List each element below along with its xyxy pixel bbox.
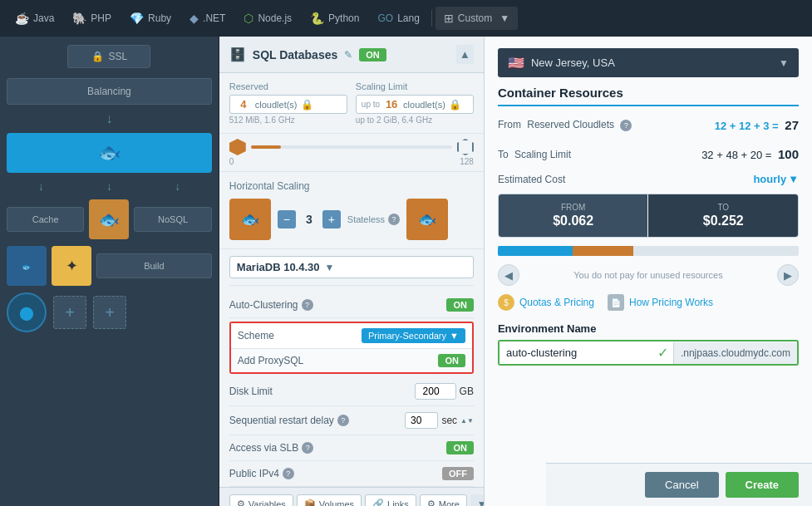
colorful-node[interactable]: ✦ xyxy=(52,246,91,286)
tab-links[interactable]: 🔗 Links xyxy=(365,494,416,506)
create-button[interactable]: Create xyxy=(726,472,799,498)
balancing-button[interactable]: Balancing xyxy=(7,78,212,105)
cache-button[interactable]: Cache xyxy=(7,207,84,232)
from-value: 12 + 12 + 3 = 27 xyxy=(715,118,799,132)
quotas-pricing-link[interactable]: $ Quotas & Pricing xyxy=(498,294,594,311)
hex-filled-icon xyxy=(229,139,246,155)
more-label: More xyxy=(439,499,460,507)
ssl-button[interactable]: 🔒 SSL xyxy=(67,45,150,68)
tab-variables[interactable]: ⚙ Variables xyxy=(229,494,293,506)
mariadb-arrow: ▼ xyxy=(325,262,335,273)
restart-info-icon[interactable]: ? xyxy=(337,415,349,426)
config-section: Auto-Clustering ? ON Scheme Primary-Seco… xyxy=(219,292,484,487)
links-row: $ Quotas & Pricing 📄 How Pricing Works xyxy=(498,294,799,311)
horizontal-scaling: Horizontal Scaling 🐟 − 3 + Stateless ? 🐟 xyxy=(219,172,484,249)
fish-node[interactable]: 🐟 xyxy=(7,133,212,173)
restart-input[interactable] xyxy=(405,412,438,429)
db-node-icon-left[interactable]: 🐟 xyxy=(229,199,271,240)
scroll-up-button[interactable]: ▲ xyxy=(456,45,474,64)
main-content: 🔒 SSL Balancing ↓ 🐟 ↓ ↓ ↓ Cache 🐟 NoSQL xyxy=(0,37,812,506)
edit-icon[interactable]: ✎ xyxy=(344,49,352,61)
disk-label: Disk Limit xyxy=(229,386,273,397)
fish-icon: 🐟 xyxy=(98,142,121,164)
small-node-1[interactable]: 🐟 xyxy=(7,246,47,286)
restart-stepper[interactable]: ▲▼ xyxy=(460,417,474,425)
tab-ruby[interactable]: 💎 Ruby xyxy=(121,7,180,30)
price-to-label: TO xyxy=(665,203,781,212)
cancel-button[interactable]: Cancel xyxy=(645,472,718,498)
slb-info-icon[interactable]: ? xyxy=(302,442,313,454)
right-panel: 🇺🇸 New Jersey, USA ▼ Container Resources… xyxy=(485,37,812,506)
colorful-icon: ✦ xyxy=(66,257,78,275)
stepper-minus-button[interactable]: − xyxy=(278,210,296,228)
build-button[interactable]: Build xyxy=(96,253,212,278)
disk-value: GB xyxy=(415,383,474,400)
arrow-center: ↓ xyxy=(106,179,112,193)
from-label: From xyxy=(498,119,521,130)
tab-golang[interactable]: GO Lang xyxy=(369,7,427,29)
nav-left-button[interactable]: ◀ xyxy=(498,264,519,286)
how-pricing-works-link[interactable]: 📄 How Pricing Works xyxy=(608,294,713,311)
stepper-plus-button[interactable]: + xyxy=(322,210,341,228)
panel-header: 🗄️ SQL Databases ✎ ON ▲ xyxy=(219,37,484,73)
cache-label: Cache xyxy=(32,214,59,224)
restart-unit: sec xyxy=(441,415,457,426)
stateless-info-icon[interactable]: ? xyxy=(388,214,400,225)
proxysql-toggle[interactable]: ON xyxy=(438,354,465,367)
price-from-value: $0.062 xyxy=(515,214,632,228)
python-icon: 🐍 xyxy=(310,12,324,25)
slb-toggle[interactable]: ON xyxy=(446,441,474,454)
tab-php[interactable]: 🐘 PHP xyxy=(64,7,120,30)
links-label: Links xyxy=(387,499,409,507)
db-fish-icon: 🐟 xyxy=(241,210,259,228)
nosql-label: NoSQL xyxy=(158,214,188,224)
container-resources-title: Container Resources xyxy=(498,86,799,106)
tab-java[interactable]: ☕ Java xyxy=(7,7,62,30)
arrow-down: ↓ xyxy=(7,111,212,126)
ruby-icon: 💎 xyxy=(130,12,144,25)
db-icon: 🐟 xyxy=(99,209,120,229)
scaling-nodes-row: 🐟 − 3 + Stateless ? 🐟 xyxy=(229,199,474,240)
tab-custom[interactable]: ⊞ Custom ▼ xyxy=(436,7,518,30)
ipv4-info-icon[interactable]: ? xyxy=(283,468,294,479)
scaling-value: 16 xyxy=(383,98,400,111)
ssl-label: SSL xyxy=(109,51,128,62)
tab-more[interactable]: ⚙ More xyxy=(420,494,467,506)
db-node-icon-right[interactable]: 🐟 xyxy=(406,199,448,240)
plus-icon-2: + xyxy=(105,303,115,322)
region-header[interactable]: 🇺🇸 New Jersey, USA ▼ xyxy=(498,48,799,77)
nav-arrows: ◀ You do not pay for unused resources ▶ xyxy=(498,264,799,286)
hourly-button[interactable]: hourly ▼ xyxy=(753,173,799,185)
tab-python[interactable]: 🐍 Python xyxy=(302,7,367,30)
autoclustering-info-icon[interactable]: ? xyxy=(302,299,313,311)
ipv4-toggle[interactable]: OFF xyxy=(442,467,474,480)
mariadb-label: MariaDB 10.4.30 xyxy=(237,261,320,273)
to-value: 32 + 48 + 20 = 100 xyxy=(701,147,799,161)
slider-track[interactable] xyxy=(251,145,452,149)
reserved-label: Reserved xyxy=(229,81,347,91)
scroll-down-button[interactable]: ▼ xyxy=(470,494,485,506)
mariadb-dropdown[interactable]: MariaDB 10.4.30 ▼ xyxy=(229,256,474,278)
nav-right-button[interactable]: ▶ xyxy=(777,264,799,286)
add-node-button[interactable]: + xyxy=(53,296,86,329)
tab-volumes[interactable]: 📦 Volumes xyxy=(297,494,362,506)
volumes-icon: 📦 xyxy=(304,499,316,506)
tab-net[interactable]: ◆ .NET xyxy=(181,7,234,30)
autoclustering-toggle[interactable]: ON xyxy=(446,298,474,312)
estimated-row: Estimated Cost hourly ▼ xyxy=(498,173,799,185)
disk-input[interactable] xyxy=(415,383,456,400)
balancing-label: Balancing xyxy=(87,86,131,97)
tab-php-label: PHP xyxy=(91,12,111,24)
tab-nodejs[interactable]: ⬡ Node.js xyxy=(235,7,300,30)
db-icon-box[interactable]: 🐟 xyxy=(89,199,129,239)
circle-node[interactable]: ⬤ xyxy=(7,292,47,332)
nosql-button[interactable]: NoSQL xyxy=(134,207,211,232)
env-check-icon[interactable]: ✓ xyxy=(652,341,673,364)
add-node-button-2[interactable]: + xyxy=(93,296,126,329)
tab-golang-label: Lang xyxy=(397,12,420,24)
bar-scaling xyxy=(573,246,632,256)
main-toggle[interactable]: ON xyxy=(359,48,386,61)
scheme-dropdown[interactable]: Primary-Secondary ▼ xyxy=(362,328,465,343)
env-name-input[interactable] xyxy=(500,341,652,364)
from-info-icon[interactable]: ? xyxy=(620,120,632,131)
